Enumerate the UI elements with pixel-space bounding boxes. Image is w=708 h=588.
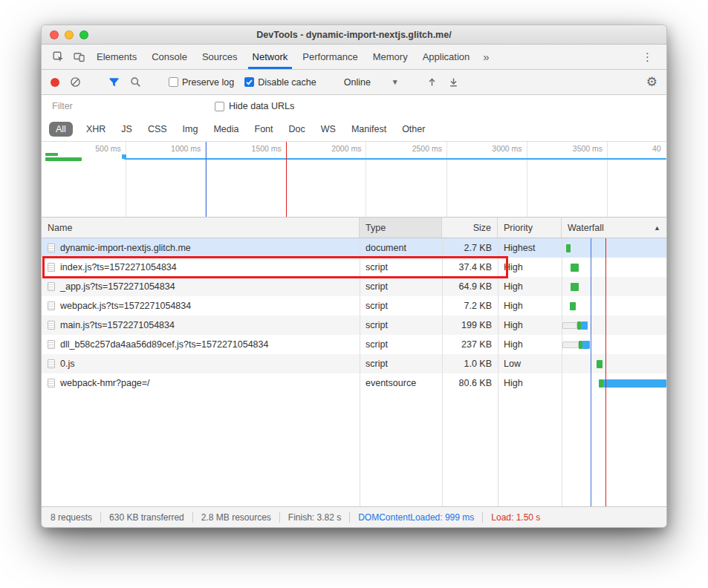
type-filter-js[interactable]: JS — [119, 122, 134, 137]
request-row[interactable]: _app.js?ts=1572271054834 script 64.9 KB … — [42, 277, 666, 296]
resources-size: 2.8 MB resources — [201, 512, 271, 523]
export-har-icon[interactable] — [448, 76, 459, 88]
search-icon[interactable] — [130, 76, 141, 88]
transferred-size: 630 KB transferred — [109, 512, 184, 523]
request-waterfall — [562, 373, 666, 393]
request-size: 80.6 KB — [442, 378, 498, 388]
requests-count: 8 requests — [51, 512, 92, 523]
throttling-value: Online — [344, 77, 371, 88]
network-toolbar: Preserve log Disable cache Online ▼ ⚙ — [42, 70, 666, 95]
tab-application[interactable]: Application — [415, 45, 478, 69]
request-waterfall — [562, 316, 666, 335]
tab-performance[interactable]: Performance — [295, 45, 365, 69]
type-filter-media[interactable]: Media — [211, 122, 241, 137]
request-type: script — [360, 262, 442, 272]
overview-load-marker — [286, 142, 287, 217]
divider — [279, 512, 280, 523]
request-table-body: dynamic-import-nextjs.glitch.me document… — [42, 238, 666, 506]
tab-console[interactable]: Console — [144, 45, 195, 69]
minimize-window-button[interactable] — [65, 30, 74, 39]
checkbox-unchecked — [169, 77, 178, 87]
type-filter-ws[interactable]: WS — [319, 122, 338, 137]
device-toolbar-icon[interactable] — [68, 45, 89, 69]
request-row[interactable]: dynamic-import-nextjs.glitch.me document… — [42, 238, 666, 258]
resource-type-filter-row: All XHR JS CSS Img Media Font Doc WS Man… — [42, 117, 666, 142]
filter-input[interactable] — [51, 100, 195, 112]
gridline — [607, 142, 608, 217]
request-size: 237 KB — [442, 339, 498, 350]
traffic-lights — [50, 30, 88, 39]
request-row[interactable]: index.js?ts=1572271054834 script 37.4 KB… — [42, 258, 666, 277]
gridline — [446, 142, 447, 217]
network-settings-gear-icon[interactable]: ⚙ — [646, 76, 657, 88]
more-tabs-chevron-icon[interactable]: » — [477, 45, 495, 69]
timeline-overview[interactable]: 500 ms 1000 ms 1500 ms 2000 ms 2500 ms 3… — [42, 142, 666, 218]
type-filter-manifest[interactable]: Manifest — [349, 122, 389, 137]
column-header-type[interactable]: Type — [360, 218, 442, 238]
type-filter-xhr[interactable]: XHR — [84, 122, 108, 137]
import-har-icon[interactable] — [426, 76, 438, 88]
tab-memory[interactable]: Memory — [366, 45, 415, 69]
tab-network[interactable]: Network — [245, 45, 296, 69]
file-icon — [48, 263, 55, 272]
column-header-name[interactable]: Name — [42, 218, 360, 238]
request-waterfall — [562, 335, 666, 354]
gridline — [366, 142, 366, 217]
type-filter-doc[interactable]: Doc — [287, 122, 308, 137]
disable-cache-label: Disable cache — [258, 77, 316, 88]
column-separator — [360, 238, 360, 506]
close-window-button[interactable] — [50, 30, 59, 39]
column-separator — [442, 238, 443, 506]
request-size: 7.2 KB — [442, 301, 498, 311]
column-separator — [498, 238, 498, 506]
column-header-priority[interactable]: Priority — [498, 218, 562, 238]
window-title: DevTools - dynamic-import-nextjs.glitch.… — [256, 30, 451, 40]
request-name: dll_b58c257da4aa56d89cef.js?ts=157227105… — [60, 339, 268, 350]
type-filter-all[interactable]: All — [49, 122, 73, 137]
request-type: script — [360, 301, 442, 311]
request-type: document — [360, 243, 442, 253]
clear-network-log-icon[interactable] — [70, 76, 81, 88]
column-header-waterfall[interactable]: Waterfall ▲ — [562, 218, 666, 238]
tab-elements[interactable]: Elements — [89, 45, 144, 69]
file-icon — [48, 359, 55, 368]
type-filter-font[interactable]: Font — [253, 122, 276, 137]
divider — [192, 512, 193, 523]
type-filter-other[interactable]: Other — [400, 122, 427, 137]
file-icon — [48, 321, 55, 330]
request-size: 2.7 KB — [442, 243, 498, 253]
hide-data-urls-checkbox[interactable]: Hide data URLs — [215, 101, 294, 111]
column-header-size[interactable]: Size — [442, 218, 498, 238]
devtools-menu-icon[interactable]: ⋮ — [636, 50, 659, 64]
network-status-bar: 8 requests 630 KB transferred 2.8 MB res… — [42, 506, 666, 527]
tab-sources[interactable]: Sources — [195, 45, 245, 69]
request-name: dynamic-import-nextjs.glitch.me — [60, 243, 191, 253]
request-row[interactable]: dll_b58c257da4aa56d89cef.js?ts=157227105… — [42, 335, 666, 354]
request-name: 0.js — [60, 359, 74, 369]
record-network-log-button[interactable] — [51, 78, 59, 87]
request-waterfall — [562, 277, 666, 296]
zoom-window-button[interactable] — [79, 30, 88, 39]
request-size: 37.4 KB — [442, 262, 498, 272]
request-row[interactable]: webpack.js?ts=1572271054834 script 7.2 K… — [42, 296, 666, 316]
type-filter-css[interactable]: CSS — [146, 122, 169, 137]
checkbox-checked — [244, 77, 254, 87]
preserve-log-checkbox[interactable]: Preserve log — [169, 77, 234, 88]
window-title-bar: DevTools - dynamic-import-nextjs.glitch.… — [42, 25, 666, 45]
preserve-log-label: Preserve log — [182, 77, 234, 88]
filter-funnel-icon[interactable] — [108, 76, 120, 88]
request-row[interactable]: webpack-hmr?page=/ eventsource 80.6 KB H… — [42, 373, 666, 393]
finish-time: Finish: 3.82 s — [288, 512, 341, 523]
request-table-header: Name Type Size Priority Waterfall ▲ — [42, 218, 666, 238]
devtools-window: DevTools - dynamic-import-nextjs.glitch.… — [41, 24, 667, 528]
inspect-element-icon[interactable] — [48, 45, 68, 69]
sort-ascending-icon: ▲ — [654, 224, 660, 232]
time-tick-label: 500 ms — [77, 144, 121, 153]
type-filter-img[interactable]: Img — [181, 122, 201, 137]
disable-cache-checkbox[interactable]: Disable cache — [244, 77, 316, 88]
file-icon — [48, 340, 55, 349]
request-row[interactable]: 0.js script 1.0 KB Low — [42, 354, 666, 373]
throttling-dropdown[interactable]: Online ▼ — [344, 77, 399, 88]
chevron-down-icon: ▼ — [392, 78, 399, 86]
request-row[interactable]: main.js?ts=1572271054834 script 199 KB H… — [42, 316, 666, 335]
